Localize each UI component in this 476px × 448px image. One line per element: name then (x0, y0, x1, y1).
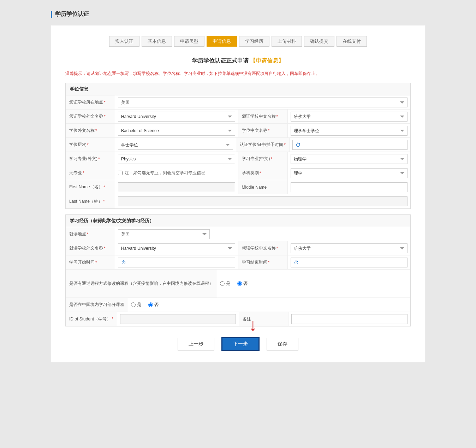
step-study-history[interactable]: 学习经历 (239, 36, 269, 47)
red-arrow-icon: ↓ (249, 316, 257, 334)
degree-level-label: 学位层次* (66, 138, 115, 152)
clock-icon: ⏱ (296, 142, 301, 148)
degree-level-select[interactable]: 学士学位 (118, 140, 233, 150)
school-chinese-select[interactable]: 哈佛大学 (291, 112, 408, 122)
no-major-row: 无专业* 注：如勾选无专业，则会清空学习专业信息 学科类别* 理学 (66, 166, 410, 180)
lastname-value (115, 194, 410, 208)
degree-section-content: 颁证学校所在地点* 美国 颁证学校外文名称* Harv (66, 95, 410, 208)
step-real-auth[interactable]: 实人认证 (109, 36, 139, 47)
next-button[interactable]: 下一步 (221, 337, 260, 351)
degree-chinese-label: 学位中文名称* (238, 124, 288, 137)
major-foreign-select[interactable]: Physics (118, 154, 235, 164)
step-basic-info[interactable]: 基本信息 (142, 36, 172, 47)
study-location-label: 就读地点* (66, 227, 115, 241)
subject-category-select[interactable]: 理学 (291, 168, 408, 178)
end-time-input[interactable]: ⏱ (291, 258, 408, 267)
degree-foreign-label: 学位外文名称* (66, 124, 115, 137)
firstname-input[interactable] (118, 182, 235, 192)
name-row: First Name（名）* Middle Name (66, 180, 410, 194)
degree-name-row: 学位外文名称* Bachelor of Science 学位中文名称* 理学学士… (66, 124, 410, 138)
study-school-chinese-select[interactable]: 哈佛大学 (291, 243, 408, 253)
remote-label: 是否有通过远程方式修读的课程（含受疫情影响，在中国境内修读在线课程） (66, 270, 217, 297)
china-row: 是否在中国境内学习部分课程 是 否 (66, 298, 410, 312)
middlename-label: Middle Name (238, 180, 288, 194)
middlename-input[interactable] (291, 182, 408, 192)
location-value: 美国 (115, 95, 410, 109)
step-confirm[interactable]: 确认提交 (304, 36, 334, 47)
study-location-row: 就读地点* 美国 (66, 227, 410, 241)
student-id-row: ID of Student（学号）* 备注 (66, 312, 410, 326)
study-school-chinese-value: 哈佛大学 (288, 241, 411, 255)
study-time-row: 学习开始时间* ⏱ 学习结束时间* ⏱ (66, 255, 410, 270)
degree-level-value: 学士学位 (115, 138, 236, 152)
china-no-label[interactable]: 否 (148, 302, 159, 308)
study-location-value: 美国 (115, 227, 410, 241)
end-time-value: ⏱ (288, 255, 411, 269)
step-app-type[interactable]: 申请类型 (174, 36, 204, 47)
middlename-value (288, 180, 411, 194)
study-school-foreign-label: 就读学校外文名称* (66, 241, 115, 255)
page-title-bar: 学历学位认证 (51, 11, 425, 18)
major-chinese-select[interactable]: 物理学 (291, 154, 408, 164)
start-time-value: ⏱ (115, 255, 238, 269)
cert-date-input[interactable]: ⏱ (292, 140, 407, 150)
start-clock-icon: ⏱ (121, 260, 126, 265)
remote-no-label[interactable]: 否 (237, 281, 248, 287)
degree-chinese-select[interactable]: 理学学士学位 (291, 126, 408, 136)
location-select[interactable]: 美国 (118, 98, 407, 107)
school-foreign-select[interactable]: Harvard University (118, 112, 235, 122)
bottom-actions: ↓ 上一步 下一步 保存 (65, 337, 411, 351)
china-radio-group: 是 否 (131, 302, 159, 308)
china-value: 是 否 (128, 298, 410, 312)
study-section-content: 就读地点* 美国 就读学校外文名称* Harvard (66, 227, 410, 326)
remark-input[interactable] (291, 314, 407, 324)
no-major-checkbox-area: 注：如勾选无专业，则会清空学习专业信息 (118, 170, 205, 176)
major-row: 学习专业(外文)* Physics 学习专业(中文)* 物理学 (66, 152, 410, 166)
degree-section: 学位信息 颁证学校所在地点* 美国 颁证学校外文名称* (65, 83, 411, 209)
subject-category-value: 理学 (288, 166, 411, 180)
school-chinese-label: 颁证学校中文名称* (238, 110, 288, 123)
study-school-chinese-label: 就读学校中文名称* (238, 241, 288, 255)
student-id-label: ID of Student（学号）* (66, 312, 117, 326)
steps-bar: 实人认证 基本信息 申请类型 申请信息 学习经历 上传材料 确认提交 在线支付 (65, 36, 411, 47)
start-time-input[interactable]: ⏱ (118, 258, 235, 267)
student-id-value (117, 312, 239, 326)
step-upload[interactable]: 上传材料 (272, 36, 302, 47)
remark-value (288, 312, 410, 326)
prev-button[interactable]: 上一步 (178, 338, 214, 350)
subject-category-label: 学科类别* (238, 166, 288, 180)
student-id-input[interactable] (120, 314, 236, 324)
study-school-row: 就读学校外文名称* Harvard University 就读学校中文名称* 哈… (66, 241, 410, 255)
save-button[interactable]: 保存 (267, 338, 298, 350)
study-school-foreign-select[interactable]: Harvard University (118, 243, 235, 253)
start-time-label: 学习开始时间* (66, 255, 115, 269)
degree-foreign-select[interactable]: Bachelor of Science (118, 126, 235, 136)
school-chinese-value: 哈佛大学 (288, 110, 411, 123)
lastname-input[interactable] (118, 196, 407, 206)
remote-no-radio[interactable] (237, 281, 242, 286)
step-app-info[interactable]: 申请信息 (207, 36, 237, 47)
firstname-label: First Name（名）* (66, 180, 115, 194)
no-major-label: 无专业* (66, 166, 115, 180)
end-clock-icon: ⏱ (294, 260, 299, 265)
study-section-title: 学习经历（获得此学位/文凭的学习经历） (66, 215, 410, 227)
remote-yes-label[interactable]: 是 (220, 281, 230, 287)
step-payment[interactable]: 在线支付 (337, 36, 367, 47)
study-section: 学习经历（获得此学位/文凭的学习经历） 就读地点* 美国 (65, 214, 411, 326)
china-yes-label[interactable]: 是 (131, 302, 141, 308)
china-no-radio[interactable] (148, 302, 153, 307)
china-yes-radio[interactable] (131, 302, 136, 307)
study-location-select[interactable]: 美国 (118, 229, 210, 239)
degree-level-row: 学位层次* 学士学位 认证学位/证书授予时间* ⏱ (66, 138, 410, 152)
degree-foreign-value: Bachelor of Science (115, 124, 238, 137)
china-label: 是否在中国境内学习部分课程 (66, 298, 128, 312)
form-title: 学历学位认证正式申请 【申请信息】 (65, 57, 411, 65)
degree-section-title: 学位信息 (66, 83, 410, 95)
school-foreign-label: 颁证学校外文名称* (66, 110, 115, 123)
page-title: 学历学位认证 (55, 11, 89, 18)
no-major-checkbox[interactable] (118, 171, 123, 175)
main-card: 实人认证 基本信息 申请类型 申请信息 学习经历 上传材料 确认提交 在线支付 … (51, 25, 425, 362)
school-foreign-value: Harvard University (115, 110, 238, 123)
no-major-value: 注：如勾选无专业，则会清空学习专业信息 (115, 166, 238, 180)
remote-yes-radio[interactable] (220, 281, 225, 286)
